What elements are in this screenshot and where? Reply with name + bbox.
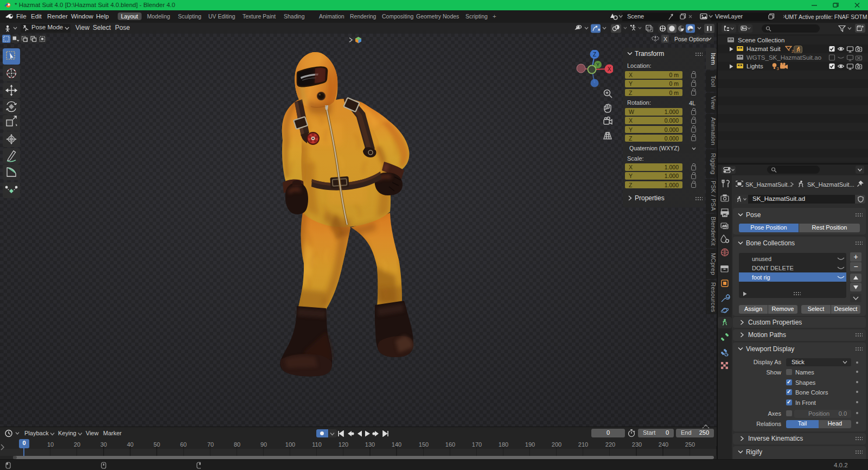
svg-text:Z: Z [593, 52, 596, 58]
svg-text:3: 3 [777, 66, 779, 71]
svg-text:2: 2 [792, 49, 794, 53]
svg-text:X: X [608, 66, 611, 72]
svg-text:Y: Y [596, 62, 599, 67]
